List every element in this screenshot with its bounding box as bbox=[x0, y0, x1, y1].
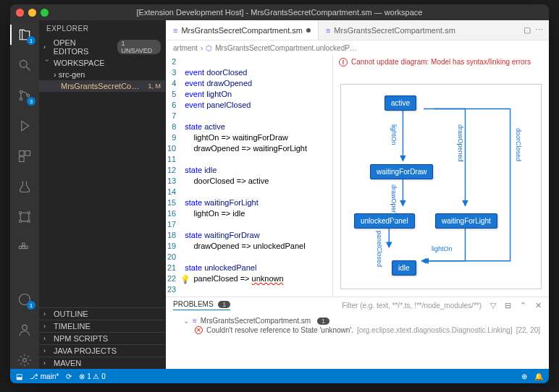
outline-section[interactable]: ›OUTLINE bbox=[39, 307, 165, 320]
edge-label: panelClosed bbox=[376, 231, 383, 267]
svg-point-8 bbox=[28, 212, 30, 214]
scm-icon[interactable]: 3 bbox=[16, 87, 33, 104]
breadcrumb[interactable]: artment›⬡MrsGrantsSecretCompartment.unlo… bbox=[166, 41, 549, 55]
statusbar: ⬓ ⎇ main* ⟳ ⊗ 1 ⚠ 0 ⊕ 🔔 bbox=[10, 369, 549, 383]
diagram-pane: !Cannot update diagram: Model has syntax… bbox=[332, 55, 549, 297]
gutter: 234567891011121314151617181920212223 bbox=[166, 55, 182, 297]
timeline-section[interactable]: ›TIMELINE bbox=[39, 320, 165, 332]
expand-icon[interactable]: ⌃ bbox=[520, 301, 526, 310]
close-panel-icon[interactable]: ✕ bbox=[535, 301, 542, 310]
problem-item[interactable]: ✕Couldn't resolve reference to State 'un… bbox=[173, 325, 542, 335]
debug-icon[interactable] bbox=[16, 117, 33, 135]
npm-section[interactable]: ›NPM SCRIPTS bbox=[39, 332, 165, 344]
folder-name: src-gen bbox=[59, 70, 85, 79]
explorer-icon[interactable]: 1 bbox=[16, 26, 33, 43]
problems-tab[interactable]: PROBLEMS 1 bbox=[173, 300, 230, 310]
filter-icon[interactable]: ▽ bbox=[490, 301, 496, 310]
tab-label: MrsGrantsSecretCompartment.sm bbox=[334, 26, 455, 35]
svg-rect-6 bbox=[20, 157, 25, 162]
code-editor[interactable]: 234567891011121314151617181920212223 eve… bbox=[166, 55, 332, 297]
state-active[interactable]: active bbox=[384, 95, 416, 111]
dirty-icon bbox=[306, 28, 311, 33]
edge-label: doorClosed bbox=[515, 128, 522, 161]
extensions-icon[interactable] bbox=[16, 148, 33, 165]
state-unlockedpanel[interactable]: unlockedPanel bbox=[354, 213, 415, 229]
file-name: MrsGrantsSecretCompartm… bbox=[61, 82, 145, 90]
settings-icon[interactable] bbox=[16, 351, 33, 369]
tab-editor[interactable]: ≡MrsGrantsSecretCompartment.sm bbox=[166, 20, 318, 40]
activitybar: 1 3 1 bbox=[10, 20, 39, 369]
more-icon[interactable]: ⋯ bbox=[535, 25, 543, 35]
docker-icon[interactable] bbox=[16, 239, 33, 256]
error-icon: ✕ bbox=[195, 326, 203, 334]
tabbar: ≡MrsGrantsSecretCompartment.sm ≡MrsGrant… bbox=[166, 20, 549, 41]
state-idle[interactable]: idle bbox=[392, 260, 416, 276]
svg-point-7 bbox=[20, 212, 22, 214]
edge-label: drawOpened bbox=[390, 184, 398, 222]
svg-rect-13 bbox=[25, 246, 28, 248]
svg-rect-11 bbox=[20, 246, 22, 248]
split-layout-icon[interactable]: ▢ bbox=[524, 25, 531, 35]
lightbulb-icon[interactable]: 💡 bbox=[180, 275, 190, 284]
open-editors-section[interactable]: ›OPEN EDITORS1 UNSAVED bbox=[39, 37, 165, 57]
tab-diagram[interactable]: ≡MrsGrantsSecretCompartment.sm bbox=[318, 20, 463, 40]
testing-icon[interactable] bbox=[16, 178, 33, 195]
notifications-icon[interactable]: 🔔 bbox=[534, 372, 543, 380]
diagram-error: !Cannot update diagram: Model has syntax… bbox=[339, 58, 543, 67]
feedback-icon[interactable]: ⊕ bbox=[521, 372, 527, 380]
sidebar: EXPLORER ›OPEN EDITORS1 UNSAVED ›WORKSPA… bbox=[39, 20, 166, 369]
svg-point-17 bbox=[23, 359, 27, 362]
scm-badge: 3 bbox=[27, 97, 35, 106]
ext-badge: 1 bbox=[27, 301, 35, 310]
svg-point-9 bbox=[20, 220, 22, 222]
ext-status-icon[interactable]: 1 bbox=[16, 291, 33, 308]
maven-section[interactable]: ›MAVEN bbox=[39, 357, 165, 369]
titlebar: [Extension Development Host] - MrsGrants… bbox=[10, 4, 549, 20]
search-icon[interactable] bbox=[16, 56, 33, 74]
unsaved-badge: 1 UNSAVED bbox=[117, 40, 161, 54]
folder-item[interactable]: › src-gen bbox=[39, 69, 165, 80]
svg-rect-14 bbox=[22, 243, 25, 245]
state-waitingforlight[interactable]: waitingForLight bbox=[435, 213, 497, 229]
edge-label: lightOn bbox=[432, 245, 453, 252]
account-icon[interactable] bbox=[16, 321, 33, 338]
svg-point-10 bbox=[28, 220, 30, 222]
code[interactable]: event doorClosed event drawOpened event … bbox=[182, 55, 310, 297]
window-title: [Extension Development Host] - MrsGrants… bbox=[10, 8, 549, 17]
sidebar-title: EXPLORER bbox=[39, 20, 165, 37]
git-branch[interactable]: ⎇ main* bbox=[30, 372, 59, 380]
problems-panel: PROBLEMS 1 Filter (e.g. text, **/*.ts, !… bbox=[166, 297, 549, 369]
svg-point-2 bbox=[20, 98, 22, 100]
file-item[interactable]: MrsGrantsSecretCompartm…1, M bbox=[39, 80, 165, 92]
open-editors-label: OPEN EDITORS bbox=[54, 38, 112, 56]
workspace-label: WORKSPACE bbox=[54, 59, 105, 67]
svg-point-16 bbox=[22, 325, 28, 330]
svg-rect-4 bbox=[20, 151, 25, 156]
tab-label: MrsGrantsSecretCompartment.sm bbox=[181, 26, 302, 35]
remote-indicator[interactable]: ⬓ bbox=[16, 372, 22, 380]
diagram[interactable]: active waitingForDraw unlockedPanel wait… bbox=[340, 84, 542, 289]
collapse-icon[interactable]: ⊟ bbox=[505, 301, 511, 310]
java-section[interactable]: ›JAVA PROJECTS bbox=[39, 344, 165, 357]
error-warning-status[interactable]: ⊗ 1 ⚠ 0 bbox=[79, 372, 105, 380]
editor-area: ≡MrsGrantsSecretCompartment.sm ≡MrsGrant… bbox=[166, 20, 549, 369]
state-waitingfordraw[interactable]: waitingForDraw bbox=[370, 164, 433, 179]
problem-file[interactable]: ⌄≡MrsGrantsSecretCompartment.sm1 bbox=[173, 316, 542, 325]
explorer-badge: 1 bbox=[27, 36, 35, 45]
filter-input[interactable]: Filter (e.g. text, **/*.ts, !**/node_mod… bbox=[342, 302, 482, 310]
svg-point-0 bbox=[20, 60, 27, 67]
sync-icon[interactable]: ⟳ bbox=[66, 372, 72, 380]
edge-label: lightOn bbox=[390, 124, 398, 145]
error-icon: ! bbox=[339, 58, 348, 67]
svg-rect-5 bbox=[25, 151, 30, 156]
workspace-section[interactable]: ›WORKSPACE bbox=[39, 57, 165, 69]
svg-rect-12 bbox=[22, 246, 25, 248]
edge-label: drawOpened bbox=[457, 124, 464, 162]
svg-point-1 bbox=[20, 90, 22, 93]
ports-icon[interactable] bbox=[16, 208, 33, 226]
